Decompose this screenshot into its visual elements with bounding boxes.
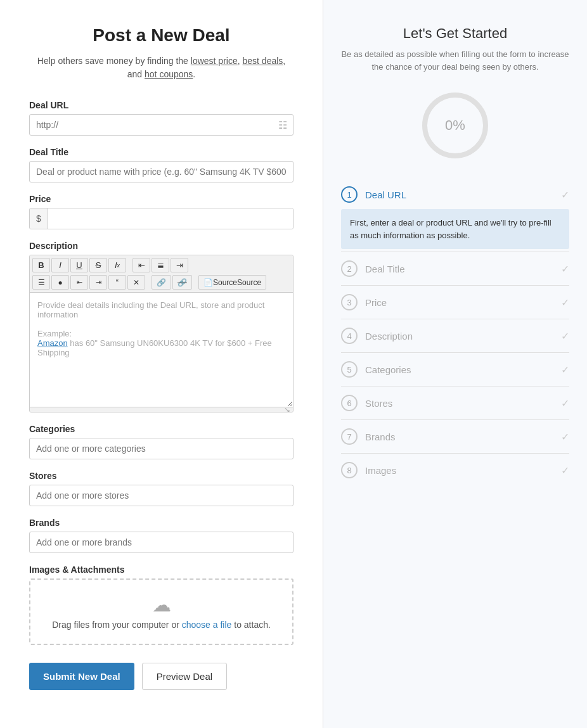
brands-label: Brands	[29, 518, 294, 528]
brands-input[interactable]	[29, 532, 294, 553]
price-symbol: $	[30, 208, 48, 229]
steps-list: 1 Deal URL ✓ First, enter a deal or prod…	[341, 178, 569, 487]
step-1-check: ✓	[561, 189, 569, 201]
price-input-wrap: $	[29, 208, 294, 229]
ordered-list-button[interactable]: ☰	[32, 275, 50, 290]
editor-wrap: B I U S Ix ⇤ ≣ ⇥ ☰ ● ⇤ ⇥	[29, 255, 294, 412]
step-8-label: Images	[365, 465, 561, 476]
upload-area[interactable]: ☁ Drag files from your computer or choos…	[29, 578, 294, 645]
categories-group: Categories	[29, 424, 294, 459]
step-7-check: ✓	[561, 431, 569, 443]
step-7-label: Brands	[365, 431, 561, 442]
stores-input[interactable]	[29, 485, 294, 506]
resize-icon: ↘	[284, 406, 290, 413]
preview-button[interactable]: Preview Deal	[142, 663, 227, 690]
step-3-label: Price	[365, 297, 561, 308]
step-4-number: 4	[341, 328, 358, 344]
step-5-label: Categories	[365, 364, 561, 375]
step-1-number: 1	[341, 186, 358, 203]
indent-button[interactable]: ⇥	[89, 275, 107, 290]
choose-file-link[interactable]: choose a file	[182, 620, 232, 630]
step-6-label: Stores	[365, 398, 561, 409]
unordered-list-button[interactable]: ●	[51, 275, 69, 290]
progress-circle: 0%	[420, 91, 490, 160]
deal-url-label: Deal URL	[29, 100, 294, 110]
step-8: 8 Images ✓	[341, 454, 569, 487]
description-label: Description	[29, 241, 294, 251]
step-6-check: ✓	[561, 397, 569, 409]
step-3-number: 3	[341, 294, 358, 310]
align-right-button[interactable]: ⇥	[171, 258, 188, 272]
right-panel: Let's Get Started Be as detailed as poss…	[323, 0, 587, 728]
bold-button[interactable]: B	[32, 258, 50, 272]
deal-title-input[interactable]	[29, 161, 294, 182]
upload-cloud-icon: ☁	[37, 594, 286, 616]
source-button[interactable]: 📄 SourceSource	[198, 275, 266, 290]
deal-url-group: Deal URL ☷	[29, 100, 294, 136]
editor-body[interactable]: Provide deal details including the Deal …	[30, 293, 293, 407]
active-step-wrap: 1 Deal URL ✓ First, enter a deal or prod…	[341, 178, 569, 252]
deal-title-group: Deal Title	[29, 147, 294, 182]
step-1-header: 1 Deal URL ✓	[341, 178, 569, 207]
page-title: Post a New Deal	[29, 25, 294, 46]
step-5-number: 5	[341, 361, 358, 378]
step-1-info: First, enter a deal or product URL and w…	[341, 209, 569, 249]
step-4-check: ✓	[561, 330, 569, 342]
align-left-button[interactable]: ⇤	[132, 258, 150, 272]
strikethrough-button[interactable]: S	[89, 258, 107, 272]
toolbar-row-2: ☰ ● ⇤ ⇥ “ ✕ 🔗 🔗 📄 SourceSource	[32, 275, 290, 290]
insert-link-button[interactable]: 🔗	[152, 275, 171, 290]
images-group: Images & Attachments ☁ Drag files from y…	[29, 565, 294, 645]
step-6: 6 Stores ✓	[341, 386, 569, 420]
upload-suffix: to attach.	[231, 620, 270, 630]
right-subtitle: Be as detailed as possible when filling …	[341, 48, 569, 73]
step-3: 3 Price ✓	[341, 286, 569, 319]
step-8-number: 8	[341, 462, 358, 478]
step-7-number: 7	[341, 428, 358, 445]
deal-url-input-wrap: ☷	[29, 114, 294, 136]
submit-button[interactable]: Submit New Deal	[29, 663, 134, 690]
description-group: Description B I U S Ix ⇤ ≣ ⇥ ☰	[29, 241, 294, 412]
categories-label: Categories	[29, 424, 294, 434]
brands-group: Brands	[29, 518, 294, 553]
step-4-label: Description	[365, 331, 561, 342]
deal-title-label: Deal Title	[29, 147, 294, 157]
align-center-button[interactable]: ≣	[152, 258, 169, 272]
blockquote-button[interactable]: “	[108, 275, 126, 290]
underline-button[interactable]: U	[70, 258, 88, 272]
step-4: 4 Description ✓	[341, 319, 569, 353]
step-2-number: 2	[341, 260, 358, 277]
progress-label: 0%	[445, 117, 465, 134]
categories-input[interactable]	[29, 438, 294, 459]
images-label: Images & Attachments	[29, 565, 294, 575]
progress-circle-wrap: 0%	[341, 91, 569, 160]
step-2: 2 Deal Title ✓	[341, 252, 569, 286]
step-5: 5 Categories ✓	[341, 353, 569, 386]
clear-format-button[interactable]: Ix	[108, 258, 126, 272]
stores-group: Stores	[29, 471, 294, 506]
price-group: Price $	[29, 194, 294, 229]
step-5-check: ✓	[561, 364, 569, 376]
deal-url-input[interactable]	[29, 114, 294, 136]
left-panel: Post a New Deal Help others save money b…	[0, 0, 323, 728]
step-2-check: ✓	[561, 263, 569, 275]
editor-resize-handle[interactable]: ↘	[30, 407, 293, 412]
page-subtitle: Help others save money by finding the lo…	[29, 54, 294, 81]
toolbar-row-1: B I U S Ix ⇤ ≣ ⇥	[32, 258, 290, 272]
button-row: Submit New Deal Preview Deal	[29, 663, 294, 703]
step-1-label: Deal URL	[365, 189, 561, 200]
right-title: Let's Get Started	[341, 25, 569, 42]
step-3-check: ✓	[561, 297, 569, 309]
step-2-label: Deal Title	[365, 264, 561, 274]
stores-label: Stores	[29, 471, 294, 481]
step-6-number: 6	[341, 395, 358, 411]
outdent-button[interactable]: ⇤	[70, 275, 88, 290]
italic-button[interactable]: I	[51, 258, 69, 272]
price-input[interactable]	[48, 208, 293, 229]
remove-format-button[interactable]: ✕	[127, 275, 145, 290]
step-8-check: ✓	[561, 464, 569, 476]
url-icon: ☷	[278, 119, 287, 131]
price-label: Price	[29, 194, 294, 204]
step-7: 7 Brands ✓	[341, 420, 569, 454]
unlink-button[interactable]: 🔗	[172, 275, 192, 290]
